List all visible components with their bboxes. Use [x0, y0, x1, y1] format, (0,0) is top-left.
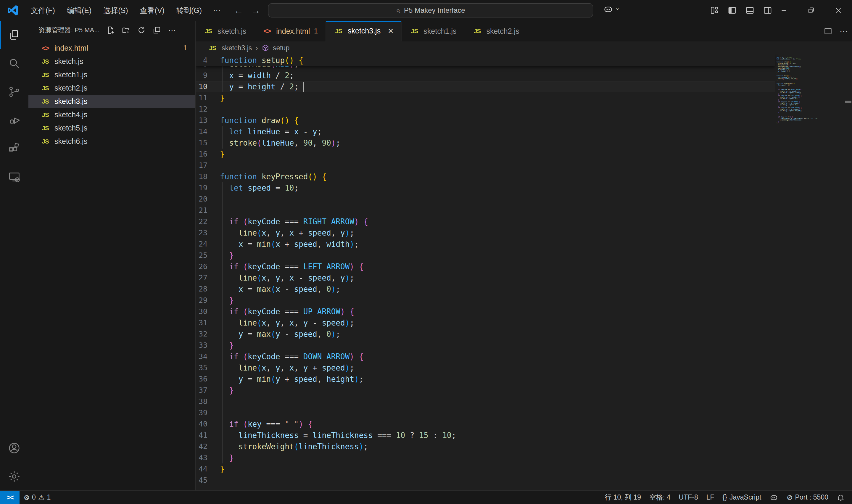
code-line-45[interactable]: 45 [196, 475, 775, 486]
code-line-15[interactable]: 15 stroke(lineHue, 90, 90); [196, 137, 775, 148]
code-line-9[interactable]: 9 x = width / 2; [196, 70, 775, 81]
code-line-25[interactable]: 25 } [196, 250, 775, 261]
copilot-status[interactable] [765, 491, 782, 504]
menu-item-3[interactable]: 查看(V) [134, 3, 170, 18]
menu-item-1[interactable]: 编辑(E) [61, 3, 97, 18]
code-line-42[interactable]: 42 strokeWeight(lineThickness); [196, 441, 775, 452]
file-row-sketch4.js[interactable]: JSsketch4.js [29, 108, 195, 121]
code-line-13[interactable]: 13function draw() { [196, 115, 775, 126]
code-editor[interactable]: let x, y; // hiddenlet lineThickness = 1… [196, 54, 852, 491]
breadcrumb-file[interactable]: sketch3.js [222, 44, 252, 52]
customize-layout-icon[interactable] [710, 6, 719, 15]
refresh-icon[interactable] [136, 24, 147, 36]
sticky-scroll-line[interactable]: 4function setup() { [196, 54, 775, 66]
split-editor-icon[interactable] [823, 26, 832, 36]
file-row-sketch3.js[interactable]: JSsketch3.js [29, 95, 195, 108]
toggle-panel-icon[interactable] [745, 6, 755, 15]
file-row-sketch6.js[interactable]: JSsketch6.js [29, 134, 195, 148]
code-token: min [783, 110, 785, 112]
activity-item-search[interactable] [0, 49, 29, 77]
code-line-10[interactable]: 10 y = height / 2; [196, 81, 775, 92]
code-line-17[interactable]: 17 [196, 160, 775, 171]
code-line-29[interactable]: 29 } [196, 295, 775, 306]
code-line-20[interactable]: 20 [196, 194, 775, 205]
code-line-30[interactable]: 30 if (keyCode === UP_ARROW) { [196, 306, 775, 317]
command-center-search[interactable]: ⌕ P5 Makey Interface [268, 3, 593, 17]
activity-item-accounts[interactable] [0, 434, 29, 462]
code-line-44[interactable]: 44} [196, 464, 775, 475]
file-row-sketch5.js[interactable]: JSsketch5.js [29, 121, 195, 134]
file-row-sketch.js[interactable]: JSsketch.js [29, 55, 195, 68]
eol-status[interactable]: LF [702, 491, 719, 504]
code-line-38[interactable]: 38 [196, 396, 775, 407]
code-line-19[interactable]: 19 let speed = 10; [196, 182, 775, 194]
close-window-button[interactable] [825, 0, 852, 21]
remote-indicator[interactable]: >< [0, 491, 20, 504]
code-line-41[interactable]: 41 lineThickness = lineThickness === 10 … [196, 430, 775, 441]
code-token: { [308, 420, 312, 429]
code-line-27[interactable]: 27 line(x, y, x - speed, y); [196, 272, 775, 284]
copilot-menu-button[interactable]: ⌄ [603, 4, 620, 14]
menu-overflow-button[interactable]: ⋯ [208, 4, 226, 17]
menu-item-2[interactable]: 选择(S) [97, 3, 134, 18]
code-line-24[interactable]: 24 x = min(x + speed, width); [196, 238, 775, 250]
code-line-18[interactable]: 18function keyPressed() { [196, 171, 775, 182]
file-row-sketch1.js[interactable]: JSsketch1.js [29, 68, 195, 82]
code-line-39[interactable]: 39 [196, 407, 775, 418]
code-line-34[interactable]: 34 if (keyCode === DOWN_ARROW) { [196, 351, 775, 362]
activity-item-settings[interactable] [0, 462, 29, 491]
code-line-23[interactable]: 23 line(x, y, x + speed, y); [196, 227, 775, 238]
new-file-icon[interactable] [105, 24, 116, 36]
language-mode-status[interactable]: {} JavaScript [719, 491, 766, 504]
code-line-21[interactable]: 21 [196, 205, 775, 216]
collapse-folders-icon[interactable] [151, 24, 162, 36]
code-line-37[interactable]: 37 } [196, 385, 775, 396]
file-row-sketch2.js[interactable]: JSsketch2.js [29, 82, 195, 95]
code-line-40[interactable]: 40 if (key === " ") { [196, 418, 775, 430]
menu-item-0[interactable]: 文件(F) [25, 3, 61, 18]
code-line-11[interactable]: 11} [196, 92, 775, 104]
live-server-port-status[interactable]: ⊘ Port : 5500 [782, 491, 832, 504]
code-line-12[interactable]: 12 [196, 104, 775, 115]
breadcrumb-symbol[interactable]: setup [273, 44, 289, 52]
overview-ruler-scrollbar[interactable] [844, 54, 852, 491]
activity-item-remote-explorer[interactable] [0, 163, 29, 191]
notifications-bell[interactable] [832, 491, 849, 504]
cursor-position-status[interactable]: 行 10, 列 19 [600, 491, 645, 504]
restore-button[interactable] [798, 0, 825, 21]
code-line-32[interactable]: 32 y = max(y - speed, 0); [196, 328, 775, 340]
problems-status[interactable]: ⊗ 0 ⚠ 1 [20, 491, 55, 504]
indentation-status[interactable]: 空格: 4 [645, 491, 675, 504]
editor-more-icon[interactable]: ⋯ [839, 26, 848, 36]
tab-index.html[interactable]: <>index.html1 [254, 21, 326, 41]
explorer-more-icon[interactable]: ⋯ [167, 24, 178, 36]
nav-forward-icon[interactable]: → [251, 5, 260, 16]
code-line-31[interactable]: 31 line(x, y, x, y - speed); [196, 317, 775, 328]
code-line-16[interactable]: 16} [196, 148, 775, 160]
activity-item-source-control[interactable] [0, 77, 29, 106]
activity-item-extensions[interactable] [0, 134, 29, 163]
tab-sketch1.js[interactable]: JSsketch1.js [402, 21, 464, 41]
code-line-26[interactable]: 26 if (keyCode === LEFT_ARROW) { [196, 261, 775, 272]
minimap[interactable]: let x, y; // hiddenlet lineThickness = 1… [775, 54, 844, 491]
activity-item-explorer[interactable] [0, 21, 29, 49]
encoding-status[interactable]: UTF-8 [675, 491, 702, 504]
code-line-22[interactable]: 22 if (keyCode === RIGHT_ARROW) { [196, 216, 775, 227]
code-line-14[interactable]: 14 let lineHue = x - y; [196, 126, 775, 137]
file-row-index.html[interactable]: <>index.html1 [29, 41, 195, 55]
code-line-33[interactable]: 33 } [196, 340, 775, 351]
code-line-43[interactable]: 43 } [196, 452, 775, 464]
code-line-36[interactable]: 36 y = min(y + speed, height); [196, 374, 775, 385]
toggle-primary-sidebar-icon[interactable] [727, 6, 737, 15]
activity-item-run-debug[interactable] [0, 106, 29, 134]
nav-back-icon[interactable]: ← [234, 5, 243, 16]
minimize-button[interactable] [770, 0, 798, 21]
tab-sketch2.js[interactable]: JSsketch2.js [464, 21, 527, 41]
menu-item-4[interactable]: 转到(G) [170, 3, 208, 18]
tab-sketch3.js[interactable]: JSsketch3.js✕ [326, 21, 402, 41]
code-line-35[interactable]: 35 line(x, y, x, y + speed); [196, 362, 775, 374]
new-folder-icon[interactable] [121, 24, 132, 36]
close-tab-icon[interactable]: ✕ [388, 27, 394, 35]
tab-sketch.js[interactable]: JSsketch.js [196, 21, 254, 41]
code-line-28[interactable]: 28 x = max(x - speed, 0); [196, 284, 775, 295]
